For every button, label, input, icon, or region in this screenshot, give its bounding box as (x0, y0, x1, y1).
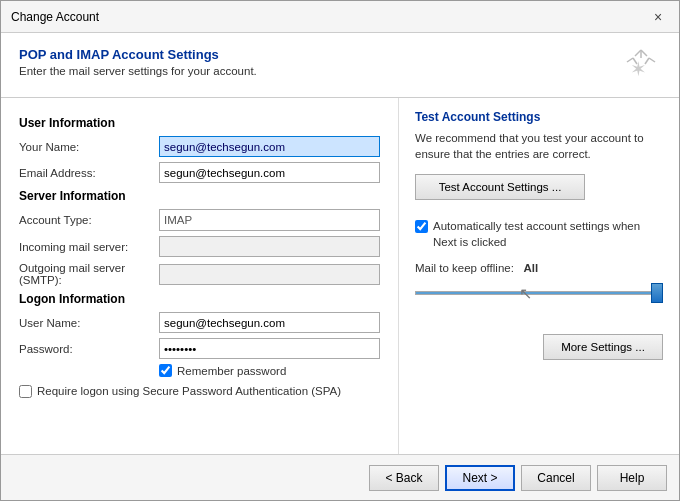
password-label: Password: (19, 343, 159, 355)
email-address-label: Email Address: (19, 167, 159, 179)
cancel-button[interactable]: Cancel (521, 465, 591, 491)
account-type-row: Account Type: IMAP POP3 (19, 209, 380, 231)
next-button[interactable]: Next > (445, 465, 515, 491)
right-panel: Test Account Settings We recommend that … (399, 98, 679, 454)
left-panel: User Information Your Name: Email Addres… (1, 98, 399, 454)
slider-thumb[interactable] (651, 283, 663, 303)
server-info-title: Server Information (19, 189, 380, 203)
username-input[interactable] (159, 312, 380, 333)
auto-test-checkbox[interactable] (415, 220, 428, 233)
user-info-title: User Information (19, 116, 380, 130)
incoming-server-label: Incoming mail server: (19, 241, 159, 253)
outgoing-server-input[interactable] (159, 264, 380, 285)
svg-line-0 (641, 50, 647, 56)
your-name-label: Your Name: (19, 141, 159, 153)
outgoing-server-row: Outgoing mail server (SMTP): (19, 262, 380, 286)
svg-line-3 (649, 58, 655, 62)
slider-track (415, 291, 663, 295)
account-type-dropdown-wrapper: IMAP POP3 (159, 209, 380, 231)
change-account-window: Change Account × POP and IMAP Account Se… (0, 0, 680, 501)
your-name-row: Your Name: (19, 136, 380, 157)
content-area: User Information Your Name: Email Addres… (1, 98, 679, 454)
mail-offline-section: Mail to keep offline: All ↖ (415, 262, 663, 308)
window-title: Change Account (11, 10, 99, 24)
footer: < Back Next > Cancel Help (1, 454, 679, 500)
auto-test-label: Automatically test account settings when… (433, 218, 663, 250)
username-row: User Name: (19, 312, 380, 333)
account-type-label: Account Type: (19, 214, 159, 226)
password-input[interactable] (159, 338, 380, 359)
outgoing-server-label: Outgoing mail server (SMTP): (19, 262, 159, 286)
header-text: POP and IMAP Account Settings Enter the … (19, 47, 257, 77)
mail-offline-slider-area: ↖ (415, 278, 663, 308)
username-label: User Name: (19, 317, 159, 329)
account-type-select[interactable]: IMAP POP3 (159, 209, 380, 231)
spa-checkbox[interactable] (19, 385, 32, 398)
test-account-button[interactable]: Test Account Settings ... (415, 174, 585, 200)
slider-fill (416, 292, 662, 294)
auto-test-row: Automatically test account settings when… (415, 218, 663, 250)
mail-offline-label: Mail to keep offline: All (415, 262, 663, 274)
logon-info-title: Logon Information (19, 292, 380, 306)
more-settings-button[interactable]: More Settings ... (543, 334, 663, 360)
email-address-row: Email Address: (19, 162, 380, 183)
test-settings-description: We recommend that you test your account … (415, 130, 663, 162)
test-settings-title: Test Account Settings (415, 110, 663, 124)
spa-row: Require logon using Secure Password Auth… (19, 383, 380, 399)
email-icon: ✶ (621, 47, 661, 87)
header-subtitle: Enter the mail server settings for your … (19, 65, 257, 77)
incoming-server-input[interactable] (159, 236, 380, 257)
incoming-server-row: Incoming mail server: (19, 236, 380, 257)
svg-text:✶: ✶ (630, 58, 647, 80)
remember-password-row: Remember password (159, 364, 380, 377)
remember-password-checkbox[interactable] (159, 364, 172, 377)
help-button[interactable]: Help (597, 465, 667, 491)
svg-line-1 (635, 50, 641, 56)
header-section: POP and IMAP Account Settings Enter the … (1, 33, 679, 98)
your-name-input[interactable] (159, 136, 380, 157)
close-button[interactable]: × (647, 6, 669, 28)
header-title: POP and IMAP Account Settings (19, 47, 257, 62)
password-row: Password: (19, 338, 380, 359)
spa-label: Require logon using Secure Password Auth… (37, 383, 341, 399)
title-bar: Change Account × (1, 1, 679, 33)
remember-password-label: Remember password (177, 365, 286, 377)
back-button[interactable]: < Back (369, 465, 439, 491)
email-address-input[interactable] (159, 162, 380, 183)
